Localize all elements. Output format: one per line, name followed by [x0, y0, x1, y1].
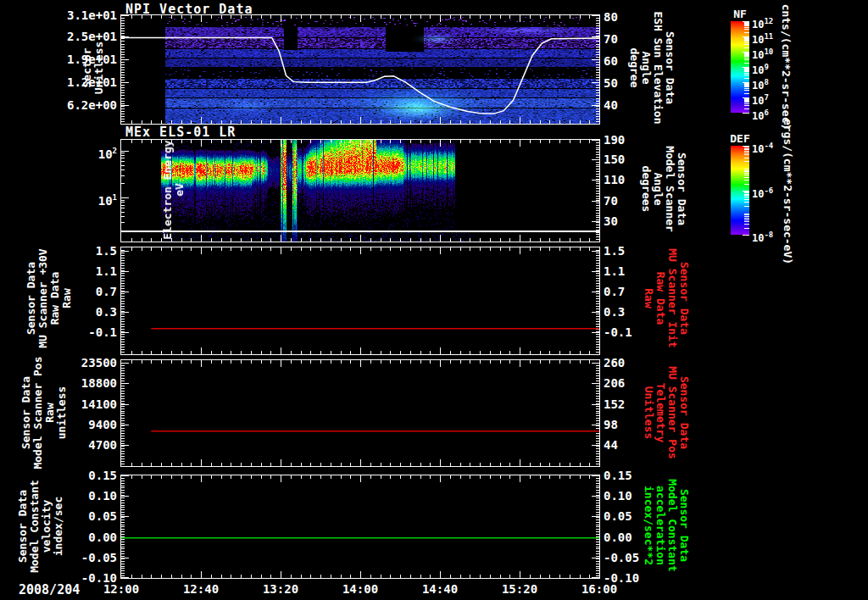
colorbar-tick-label: 107 [752, 92, 769, 107]
colorbar-minor-tick [744, 54, 749, 55]
colorbar-minor-tick [744, 32, 749, 33]
colorbar-minor-tick [744, 25, 749, 25]
y-tick-label: 206 [604, 376, 671, 390]
colorbar-tick-label: 109 [752, 61, 769, 76]
colorbar-minor-tick [744, 206, 749, 207]
colorbar-minor-tick [744, 105, 749, 106]
colorbar-minor-tick [744, 154, 749, 155]
y-tick-label: 101 [49, 191, 117, 208]
y-tick-label: -0.05 [604, 551, 671, 564]
colorbar-major-tick [743, 191, 749, 192]
colorbar-tick-label: 108 [752, 76, 769, 92]
colorbar-minor-tick [744, 39, 749, 40]
mu-scanner-30v-canvas [121, 247, 599, 354]
y-tick-label: 152 [604, 397, 671, 411]
y-tick-label: 30 [604, 214, 671, 228]
panel-title-els: MEx ELS-01 LR [125, 125, 236, 140]
colorbar-minor-tick [744, 153, 749, 153]
colorbar-minor-tick [744, 148, 749, 149]
colorbar-minor-tick [744, 69, 749, 69]
colorbar-minor-tick [744, 197, 749, 197]
colorbar-minor-tick [744, 88, 749, 89]
colorbar-minor-tick [744, 38, 749, 39]
colorbar-minor-tick [744, 58, 749, 58]
y-tick-label: 44 [604, 438, 671, 452]
colorbar-minor-tick [744, 42, 749, 43]
colorbar-minor-tick [744, 53, 749, 54]
colorbar-minor-tick [744, 63, 749, 64]
y-tick-label: -0.1 [604, 325, 671, 339]
y-tick-label: 0.10 [49, 489, 117, 503]
y-tick-label: 0.05 [604, 509, 671, 523]
colorbar-minor-tick [744, 25, 749, 26]
colorbar-minor-tick [744, 195, 749, 196]
colorbar-minor-tick [744, 37, 749, 38]
y-tick-label: 1.1 [604, 264, 671, 278]
y-tick-label: 40 [604, 98, 671, 112]
time-tick-label: 12:00 [92, 582, 151, 596]
colorbar-minor-tick [744, 147, 749, 147]
colorbar-minor-tick [744, 224, 749, 225]
colorbar-major-tick [743, 36, 749, 37]
y-tick-label: -0.05 [49, 551, 117, 564]
colorbar-minor-tick [744, 149, 749, 150]
model-constant-canvas [121, 475, 599, 578]
y-tick-label: 70 [604, 194, 671, 208]
panel-model-constant [120, 475, 600, 579]
y-tick-label: 0.10 [604, 489, 671, 503]
colorbar-minor-tick [744, 184, 749, 185]
y-tick-label: 1.5 [49, 244, 117, 258]
colorbar-major-tick [743, 97, 749, 98]
colorbar-minor-tick [744, 71, 749, 72]
colorbar-minor-tick [744, 86, 749, 86]
colorbar-minor-tick [744, 169, 749, 169]
y-tick-label: 23500 [49, 356, 117, 369]
panel-mu-scanner-30v [120, 247, 600, 355]
colorbar-minor-tick [744, 22, 749, 23]
y-tick-label: 4700 [49, 438, 117, 452]
colorbar-minor-tick [744, 175, 749, 175]
y-tick-label: -0.1 [49, 325, 117, 339]
time-tick-label: 12:40 [171, 582, 231, 596]
colorbar-minor-tick [744, 192, 749, 192]
y-tick-label: 0.00 [49, 531, 117, 544]
colorbar-minor-tick [744, 83, 749, 84]
colorbar-minor-tick [744, 24, 749, 25]
colorbar-minor-tick [744, 161, 749, 162]
time-tick-label: 16:00 [570, 582, 629, 596]
y-tick-label: 1.9e+01 [49, 53, 117, 66]
colorbar-minor-tick [744, 90, 749, 91]
colorbar-major-tick [743, 21, 749, 22]
panel-npi [120, 14, 600, 125]
y-tick-label: 3.1e+01 [49, 8, 117, 22]
y-tick-label: 18800 [49, 376, 117, 390]
y-axis-title-model-scanner: Sensor Data Model Scanner Pos Raw unitle… [20, 356, 68, 469]
colorbar-minor-tick [744, 68, 749, 69]
els-spectrogram-canvas [121, 140, 599, 242]
colorbar-minor-tick [744, 53, 749, 53]
y-tick-label: 1.1 [49, 264, 117, 278]
colorbar-minor-tick [744, 29, 749, 30]
colorbar-tick-label: 1012 [752, 15, 773, 31]
colorbar-minor-tick [744, 75, 749, 75]
y-tick-label: 0.3 [604, 305, 671, 319]
y-tick-label: 0.05 [49, 509, 117, 523]
y-tick-label: 80 [604, 10, 671, 24]
y-tick-label: 190 [604, 133, 671, 147]
colorbar-major-tick [743, 67, 749, 68]
y-axis-title-electron-energy: Electron Energy eV [162, 140, 186, 239]
y-tick-label: 98 [604, 418, 671, 431]
colorbar-minor-tick [744, 108, 749, 109]
model-scanner-pos-canvas [121, 360, 599, 466]
panel-els [120, 139, 600, 242]
colorbar-def-units: ergs/(cm**2-sr-sec-eV) [782, 119, 793, 264]
colorbar-major-tick [743, 146, 749, 147]
colorbar-minor-tick [744, 228, 749, 229]
colorbar-minor-tick [744, 40, 749, 41]
colorbar-minor-tick [744, 192, 749, 193]
colorbar-minor-tick [744, 219, 749, 220]
colorbar-major-tick [743, 113, 749, 114]
y-tick-label: 6.2e+00 [49, 98, 117, 112]
colorbar-minor-tick [744, 47, 749, 48]
colorbar-major-tick [743, 82, 749, 83]
